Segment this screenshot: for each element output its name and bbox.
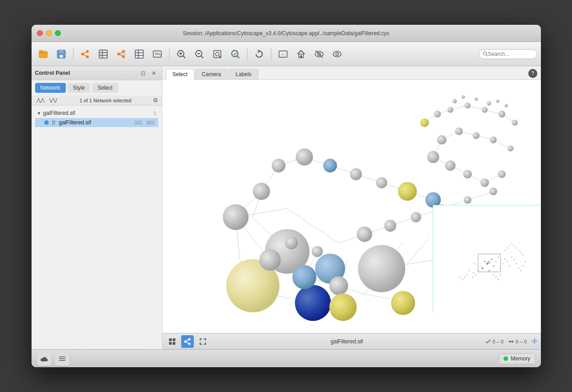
current-network-name: galFiltered.sif xyxy=(212,338,482,345)
search-box[interactable] xyxy=(479,49,537,59)
zoom-out-button[interactable] xyxy=(191,46,207,62)
svg-line-9 xyxy=(82,54,87,57)
grid-view-button[interactable] xyxy=(166,335,178,348)
main-toolbar: ← xyxy=(32,42,541,66)
svg-point-203 xyxy=(493,274,494,275)
svg-point-134 xyxy=(376,177,387,188)
open-session-button[interactable] xyxy=(35,46,51,62)
svg-rect-166 xyxy=(433,205,541,313)
zoom-fit-button[interactable] xyxy=(209,46,225,62)
svg-point-180 xyxy=(504,259,505,260)
memory-button[interactable]: Memory xyxy=(499,353,535,364)
show-button[interactable] xyxy=(329,46,345,62)
svg-rect-4 xyxy=(59,55,63,58)
network-file-icon: 🗒 xyxy=(51,120,56,125)
svg-point-174 xyxy=(495,261,496,262)
svg-point-154 xyxy=(512,120,517,126)
search-input[interactable] xyxy=(488,51,533,57)
svg-point-36 xyxy=(232,50,238,57)
navigate-icon[interactable]: ✛ xyxy=(531,337,537,346)
svg-point-189 xyxy=(516,263,517,264)
svg-point-210 xyxy=(459,277,460,278)
svg-point-144 xyxy=(455,128,462,135)
svg-point-173 xyxy=(480,265,480,266)
minimize-button[interactable] xyxy=(46,30,52,36)
hide-button[interactable] xyxy=(311,46,327,62)
share2-button[interactable] xyxy=(113,46,129,62)
cp-expand-all-btn[interactable]: ⋁⋁ xyxy=(48,97,59,104)
svg-point-153 xyxy=(498,111,505,118)
export-image-button[interactable] xyxy=(149,46,165,62)
maximize-button[interactable] xyxy=(55,30,61,36)
help-button[interactable]: ? xyxy=(528,69,537,78)
network-item-name: galFiltered.sif xyxy=(59,119,132,126)
svg-line-62 xyxy=(407,260,433,264)
svg-point-197 xyxy=(511,243,512,244)
network-settings-gear[interactable]: ⚙ xyxy=(153,97,158,104)
back-button[interactable]: ← xyxy=(275,46,291,62)
svg-line-37 xyxy=(237,56,239,58)
cp-undock-button[interactable]: ⊡ xyxy=(139,69,147,77)
memory-status-dot xyxy=(503,356,508,361)
svg-point-156 xyxy=(461,95,465,99)
svg-point-131 xyxy=(296,148,313,165)
svg-line-67 xyxy=(287,209,313,226)
save-session-button[interactable] xyxy=(53,46,69,62)
table-button[interactable] xyxy=(95,46,111,62)
svg-point-147 xyxy=(507,146,513,151)
svg-point-117 xyxy=(329,293,357,321)
home-button[interactable] xyxy=(293,46,309,62)
svg-point-191 xyxy=(520,270,521,271)
svg-point-198 xyxy=(513,246,514,246)
cloud-button[interactable] xyxy=(37,351,51,366)
svg-line-68 xyxy=(313,226,339,243)
cp-close-button[interactable]: ✕ xyxy=(150,69,158,77)
svg-point-46 xyxy=(336,53,339,55)
expand-button[interactable] xyxy=(197,335,209,348)
svg-point-45 xyxy=(333,51,341,57)
svg-point-167 xyxy=(486,263,488,264)
share-network-button[interactable] xyxy=(181,335,194,348)
svg-point-202 xyxy=(522,255,523,255)
svg-point-183 xyxy=(475,274,476,275)
svg-point-138 xyxy=(427,151,439,163)
table2-button[interactable] xyxy=(131,46,147,62)
cp-collapse-all-btn[interactable]: ⋀⋀ xyxy=(35,97,46,104)
network-selected-dot xyxy=(44,120,49,125)
svg-point-143 xyxy=(437,135,446,145)
svg-point-192 xyxy=(522,265,523,266)
close-button[interactable] xyxy=(37,30,43,36)
edges-range: 0 – 0 xyxy=(516,339,526,344)
svg-point-150 xyxy=(447,107,453,113)
tab-network[interactable]: Network xyxy=(35,83,66,93)
network-list: ▼ galFiltered.sif 1 🗒 galFiltered.sif 33… xyxy=(32,105,162,349)
svg-line-8 xyxy=(82,51,87,54)
tab-labels[interactable]: Labels xyxy=(229,69,258,79)
svg-line-220 xyxy=(185,339,189,342)
list-button[interactable] xyxy=(55,351,69,366)
svg-point-120 xyxy=(398,182,416,201)
group-triangle-icon: ▼ xyxy=(37,111,41,116)
search-icon xyxy=(483,51,488,57)
svg-point-169 xyxy=(481,267,483,269)
network-selected-info: 1 of 1 Network selected xyxy=(60,98,151,103)
refresh-button[interactable] xyxy=(251,46,267,62)
svg-point-34 xyxy=(215,52,219,56)
zoom-select-button[interactable] xyxy=(227,46,243,62)
group-name: galFiltered.sif xyxy=(43,110,75,116)
network-item[interactable]: 🗒 galFiltered.sif 331 362 xyxy=(35,118,158,127)
svg-point-112 xyxy=(223,204,248,230)
tab-camera[interactable]: Camera xyxy=(195,69,228,79)
share-button[interactable] xyxy=(77,46,93,62)
svg-point-209 xyxy=(462,279,462,280)
tab-select[interactable]: Select xyxy=(166,69,194,80)
network-group-header[interactable]: ▼ galFiltered.sif 1 xyxy=(35,108,158,118)
tab-style[interactable]: Style xyxy=(68,83,91,93)
control-panel: Control Panel ⊡ ✕ Network Style Select ⋀… xyxy=(32,66,162,349)
canvas-area[interactable] xyxy=(162,80,541,333)
zoom-in-button[interactable] xyxy=(173,46,189,62)
cp-tabs: Network Style Select xyxy=(32,80,162,96)
tab-select[interactable]: Select xyxy=(92,83,118,93)
svg-rect-3 xyxy=(59,50,64,53)
svg-point-126 xyxy=(411,212,421,222)
